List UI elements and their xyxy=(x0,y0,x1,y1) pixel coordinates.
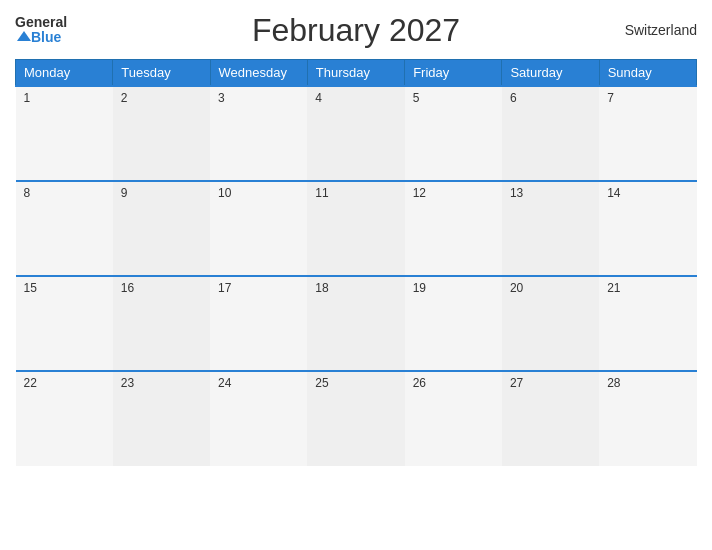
day-number: 26 xyxy=(413,376,494,390)
calendar-day-cell: 26 xyxy=(405,371,502,466)
calendar-week-row: 15161718192021 xyxy=(16,276,697,371)
day-number: 24 xyxy=(218,376,299,390)
calendar-day-cell: 21 xyxy=(599,276,696,371)
calendar-day-cell: 14 xyxy=(599,181,696,276)
calendar-title: February 2027 xyxy=(252,12,460,49)
day-number: 13 xyxy=(510,186,591,200)
day-number: 12 xyxy=(413,186,494,200)
day-number: 18 xyxy=(315,281,396,295)
weekday-header: Saturday xyxy=(502,59,599,86)
weekday-header: Sunday xyxy=(599,59,696,86)
calendar-day-cell: 9 xyxy=(113,181,210,276)
day-number: 1 xyxy=(24,91,105,105)
calendar-day-cell: 20 xyxy=(502,276,599,371)
day-number: 28 xyxy=(607,376,688,390)
weekday-header: Monday xyxy=(16,59,113,86)
calendar-day-cell: 1 xyxy=(16,86,113,181)
day-number: 6 xyxy=(510,91,591,105)
calendar-day-cell: 15 xyxy=(16,276,113,371)
calendar-day-cell: 22 xyxy=(16,371,113,466)
calendar-header-row: MondayTuesdayWednesdayThursdayFridaySatu… xyxy=(16,59,697,86)
calendar-day-cell: 19 xyxy=(405,276,502,371)
calendar-table: MondayTuesdayWednesdayThursdayFridaySatu… xyxy=(15,59,697,466)
day-number: 19 xyxy=(413,281,494,295)
calendar-day-cell: 18 xyxy=(307,276,404,371)
weekday-header: Thursday xyxy=(307,59,404,86)
day-number: 2 xyxy=(121,91,202,105)
calendar-day-cell: 23 xyxy=(113,371,210,466)
day-number: 11 xyxy=(315,186,396,200)
calendar-day-cell: 5 xyxy=(405,86,502,181)
day-number: 17 xyxy=(218,281,299,295)
calendar-day-cell: 4 xyxy=(307,86,404,181)
day-number: 20 xyxy=(510,281,591,295)
calendar-day-cell: 13 xyxy=(502,181,599,276)
calendar-day-cell: 28 xyxy=(599,371,696,466)
day-number: 4 xyxy=(315,91,396,105)
day-number: 5 xyxy=(413,91,494,105)
calendar-day-cell: 16 xyxy=(113,276,210,371)
calendar-week-row: 1234567 xyxy=(16,86,697,181)
day-number: 14 xyxy=(607,186,688,200)
calendar-day-cell: 8 xyxy=(16,181,113,276)
logo: General Blue xyxy=(15,15,67,46)
day-number: 23 xyxy=(121,376,202,390)
calendar-day-cell: 2 xyxy=(113,86,210,181)
country-label: Switzerland xyxy=(625,22,697,38)
calendar-day-cell: 6 xyxy=(502,86,599,181)
calendar-day-cell: 12 xyxy=(405,181,502,276)
day-number: 10 xyxy=(218,186,299,200)
calendar-day-cell: 7 xyxy=(599,86,696,181)
day-number: 7 xyxy=(607,91,688,105)
calendar-week-row: 22232425262728 xyxy=(16,371,697,466)
day-number: 25 xyxy=(315,376,396,390)
calendar-day-cell: 3 xyxy=(210,86,307,181)
day-number: 3 xyxy=(218,91,299,105)
calendar-day-cell: 27 xyxy=(502,371,599,466)
calendar-body: 1234567891011121314151617181920212223242… xyxy=(16,86,697,466)
calendar-header: General Blue February 2027 Switzerland xyxy=(15,10,697,54)
weekday-header: Tuesday xyxy=(113,59,210,86)
day-number: 16 xyxy=(121,281,202,295)
logo-blue-text: Blue xyxy=(31,30,61,45)
logo-triangle-icon xyxy=(17,31,31,41)
calendar-day-cell: 24 xyxy=(210,371,307,466)
logo-blue-area: Blue xyxy=(15,30,61,45)
day-number: 8 xyxy=(24,186,105,200)
day-number: 27 xyxy=(510,376,591,390)
weekday-header: Friday xyxy=(405,59,502,86)
calendar-week-row: 891011121314 xyxy=(16,181,697,276)
day-number: 15 xyxy=(24,281,105,295)
weekday-header: Wednesday xyxy=(210,59,307,86)
day-number: 22 xyxy=(24,376,105,390)
calendar-day-cell: 10 xyxy=(210,181,307,276)
calendar-day-cell: 17 xyxy=(210,276,307,371)
day-number: 21 xyxy=(607,281,688,295)
calendar-day-cell: 11 xyxy=(307,181,404,276)
logo-general-text: General xyxy=(15,15,67,30)
calendar-day-cell: 25 xyxy=(307,371,404,466)
day-number: 9 xyxy=(121,186,202,200)
